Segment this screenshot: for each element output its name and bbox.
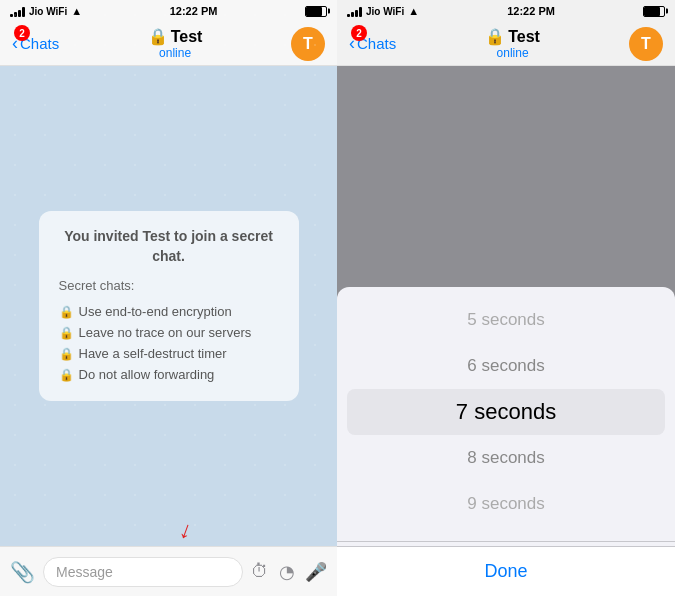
picker-item-9[interactable]: 9 seconds	[337, 481, 675, 527]
feature-list: 🔒 Use end-to-end encryption 🔒 Leave no t…	[59, 301, 279, 385]
chat-area-left: You invited Test to join a secret chat. …	[0, 66, 337, 546]
picker-done-button[interactable]: Done	[337, 546, 675, 596]
lock-icon: 🔒	[59, 305, 74, 319]
nav-bar-right: 2 ‹ Chats 🔒 Test online T	[337, 22, 675, 66]
left-panel: Jio WiFi ▲ 12:22 PM 2 ‹ Chats 🔒 Test onl…	[0, 0, 337, 596]
lock-icon: 🔒	[59, 368, 74, 382]
nav-title-right: 🔒 Test online	[485, 27, 540, 60]
picker-item-7-selected[interactable]: 7 seconds	[347, 389, 665, 435]
status-bar-left-section: Jio WiFi ▲	[10, 5, 82, 17]
picker-item-5-label: 5 seconds	[467, 310, 545, 330]
avatar-right[interactable]: T	[629, 27, 663, 61]
chat-status-right: online	[497, 46, 529, 60]
secret-chat-title: You invited Test to join a secret chat.	[59, 227, 279, 266]
status-bar-right: Jio WiFi ▲ 12:22 PM	[337, 0, 675, 22]
feature-label-4: Do not allow forwarding	[79, 367, 215, 382]
message-input-left[interactable]: Message	[43, 557, 243, 587]
feature-label-1: Use end-to-end encryption	[79, 304, 232, 319]
lock-icon-right: 🔒	[485, 27, 505, 46]
input-bar-left: 📎 Message ⏱ ◔ 🎤	[0, 546, 337, 596]
lock-icon: 🔒	[59, 347, 74, 361]
time-picker-popup[interactable]: 5 seconds 6 seconds 7 seconds 8 seconds …	[337, 287, 675, 596]
right-panel: Jio WiFi ▲ 12:22 PM 2 ‹ Chats 🔒 Test onl…	[337, 0, 675, 596]
emoji-icon[interactable]: ◔	[279, 561, 295, 583]
time-label: 12:22 PM	[170, 5, 218, 17]
picker-item-9-label: 9 seconds	[467, 494, 545, 514]
timer-icon[interactable]: ⏱	[251, 561, 269, 582]
picker-item-6-label: 6 seconds	[467, 356, 545, 376]
back-button-left[interactable]: 2 ‹ Chats	[12, 33, 59, 54]
signal-bars-right-icon	[347, 6, 362, 17]
message-placeholder: Message	[56, 564, 113, 580]
picker-item-7-label: 7 seconds	[456, 399, 556, 425]
status-bar-right-left: Jio WiFi ▲	[347, 5, 419, 17]
secret-chat-subtitle: Secret chats:	[59, 278, 279, 293]
picker-item-5[interactable]: 5 seconds	[337, 297, 675, 343]
lock-icon-left: 🔒	[148, 27, 168, 46]
wifi-icon: ▲	[71, 5, 82, 17]
battery-icon-right	[643, 6, 665, 17]
lock-icon: 🔒	[59, 326, 74, 340]
picker-item-6[interactable]: 6 seconds	[337, 343, 675, 389]
status-bar-left: Jio WiFi ▲ 12:22 PM	[0, 0, 337, 22]
list-item: 🔒 Have a self-destruct timer	[59, 343, 279, 364]
picker-divider	[337, 541, 675, 542]
nav-title-left: 🔒 Test online	[148, 27, 203, 60]
feature-label-2: Leave no trace on our servers	[79, 325, 252, 340]
chat-status-left: online	[159, 46, 191, 60]
list-item: 🔒 Use end-to-end encryption	[59, 301, 279, 322]
list-item: 🔒 Do not allow forwarding	[59, 364, 279, 385]
nav-bar-left: 2 ‹ Chats 🔒 Test online T	[0, 22, 337, 66]
picker-item-8-label: 8 seconds	[467, 448, 545, 468]
chat-name-right: Test	[508, 28, 540, 46]
picker-item-8[interactable]: 8 seconds	[337, 435, 675, 481]
list-item: 🔒 Leave no trace on our servers	[59, 322, 279, 343]
input-icons: ⏱ ◔ 🎤	[251, 561, 327, 583]
done-label: Done	[484, 561, 527, 582]
chats-badge-left: 2	[14, 25, 30, 41]
chats-badge-right: 2	[351, 25, 367, 41]
time-label-right: 12:22 PM	[507, 5, 555, 17]
wifi-icon-right: ▲	[408, 5, 419, 17]
battery-right-section	[643, 6, 665, 17]
status-bar-right-section	[305, 6, 327, 17]
chat-name-left: Test	[171, 28, 203, 46]
feature-label-3: Have a self-destruct timer	[79, 346, 227, 361]
carrier-label-right: Jio WiFi	[366, 6, 404, 17]
battery-icon	[305, 6, 327, 17]
secret-chat-info-bubble: You invited Test to join a secret chat. …	[39, 211, 299, 401]
picker-list: 5 seconds 6 seconds 7 seconds 8 seconds …	[337, 287, 675, 537]
avatar-left[interactable]: T	[291, 27, 325, 61]
back-button-right[interactable]: 2 ‹ Chats	[349, 33, 396, 54]
mic-icon[interactable]: 🎤	[305, 561, 327, 583]
attach-icon[interactable]: 📎	[10, 560, 35, 584]
signal-bars-icon	[10, 6, 25, 17]
carrier-label: Jio WiFi	[29, 6, 67, 17]
